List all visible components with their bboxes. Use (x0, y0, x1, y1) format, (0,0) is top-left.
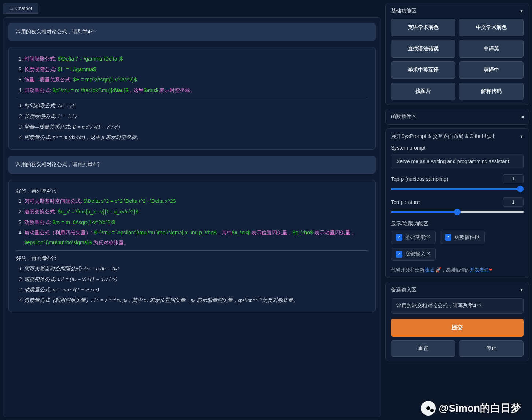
stop-button[interactable]: 停止 (459, 340, 524, 357)
submit-button[interactable]: 提交 (391, 319, 524, 337)
panel-plugins: 函数插件区 ◀ (385, 109, 529, 125)
panel-input: 备选输入区 ▼ 提交 重置 停止 (385, 282, 529, 361)
checkbox-checked-icon: ✓ (396, 251, 402, 258)
sysprompt-input[interactable] (391, 154, 524, 169)
fn-button[interactable]: 找图片 (391, 83, 455, 100)
fn-button[interactable]: 查找语法错误 (391, 40, 455, 58)
fn-button[interactable]: 中译英 (459, 40, 524, 58)
user-text: 常用的狭义相对论公式，请列举4个 (16, 29, 96, 34)
panel-title: 备选输入区 (391, 286, 417, 293)
chat-area[interactable]: 常用的狭义相对论公式，请列举4个 时间膨胀公式: $\Delta t' = \g… (3, 17, 381, 417)
devs-link[interactable]: 开发者们 (470, 267, 489, 273)
heart-icon: ❤ (489, 267, 493, 273)
repo-link[interactable]: 地址 (424, 267, 434, 273)
panel-header-plugins[interactable]: 函数插件区 ◀ (391, 113, 524, 120)
checkbox-checked-icon: ✓ (445, 234, 451, 241)
panel-header-basic[interactable]: 基础功能区 ▼ (391, 8, 524, 14)
tab-chatbot[interactable]: ▭ Chatbot (3, 3, 38, 14)
fn-button[interactable]: 解释代码 (459, 83, 524, 100)
rocket-icon: 🚀 (435, 267, 441, 273)
toggle-title: 显示/隐藏功能区 (391, 220, 524, 227)
bot-message: 时间膨胀公式: $\Delta t' = \gamma \Delta t$ 长度… (8, 47, 376, 150)
temperature-label: Temperature (391, 199, 420, 205)
panel-basic: 基础功能区 ▼ 英语学术润色 中文学术润色 查找语法错误 中译英 学术中英互译 … (385, 3, 529, 105)
chevron-down-icon: ▼ (520, 9, 524, 13)
bot-message: 好的，再列举4个: 闵可夫斯基时空间隔公式: $\Delta s^2 = c^2… (8, 180, 376, 313)
chat-icon: ▭ (9, 6, 13, 11)
chevron-down-icon: ▼ (520, 134, 524, 139)
prompt-input[interactable] (391, 298, 524, 314)
panel-title: 函数插件区 (391, 113, 417, 120)
topp-value[interactable] (503, 174, 524, 183)
panel-header-input[interactable]: 备选输入区 ▼ (391, 286, 524, 293)
toggle-plugins[interactable]: ✓ 函数插件区 (440, 231, 485, 244)
topp-label: Top-p (nucleus sampling) (391, 176, 448, 182)
credits-line: 代码开源和更新地址 🚀，感谢热情的开发者们❤ (391, 267, 524, 273)
toggle-basic[interactable]: ✓ 基础功能区 (391, 231, 436, 244)
chevron-down-icon: ▼ (520, 288, 524, 292)
temperature-slider[interactable] (391, 209, 524, 215)
topp-slider[interactable] (391, 186, 524, 192)
slider-thumb[interactable] (454, 209, 461, 215)
fn-button[interactable]: 中文学术润色 (459, 19, 524, 36)
fn-button[interactable]: 英语学术润色 (391, 19, 455, 36)
reset-button[interactable]: 重置 (391, 340, 455, 357)
checkbox-checked-icon: ✓ (396, 234, 402, 241)
tab-label: Chatbot (15, 6, 32, 11)
panel-title: 展开SysPrompt & 交互界面布局 & Github地址 (391, 133, 495, 140)
panel-header-advanced[interactable]: 展开SysPrompt & 交互界面布局 & Github地址 ▼ (391, 133, 524, 140)
fn-button[interactable]: 学术中英互译 (391, 61, 455, 79)
divider (16, 250, 368, 251)
sysprompt-label: System prompt (391, 145, 524, 151)
slider-thumb[interactable] (517, 186, 524, 192)
temperature-value[interactable] (503, 197, 524, 207)
tab-bar: ▭ Chatbot (3, 3, 381, 14)
user-message: 常用的狭义相对论公式，请再列举4个 (8, 156, 376, 174)
chevron-left-icon: ◀ (521, 114, 524, 119)
panel-advanced: 展开SysPrompt & 交互界面布局 & Github地址 ▼ System… (385, 128, 529, 278)
toggle-input[interactable]: ✓ 底部输入区 (391, 248, 436, 261)
panel-title: 基础功能区 (391, 8, 417, 14)
fn-button[interactable]: 英译中 (459, 61, 524, 79)
user-text: 常用的狭义相对论公式，请再列举4个 (16, 161, 101, 167)
divider (16, 98, 368, 98)
user-message: 常用的狭义相对论公式，请列举4个 (8, 23, 376, 41)
